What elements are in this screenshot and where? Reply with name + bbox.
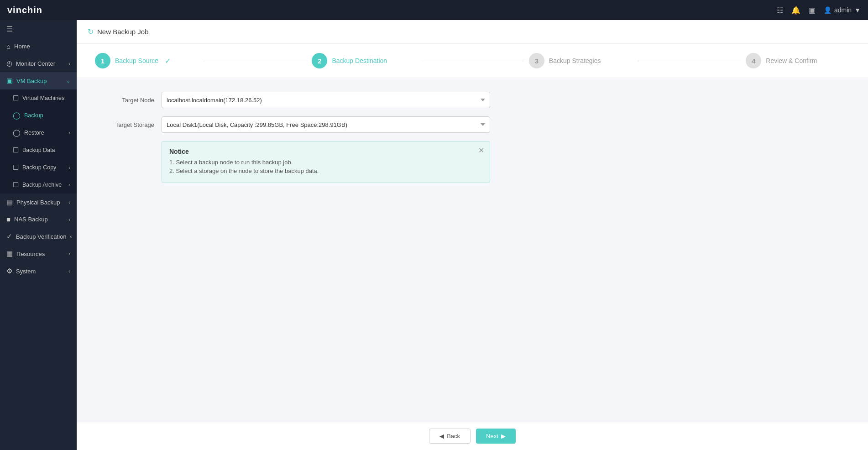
sidebar-item-vm-backup[interactable]: ▣ VM Backup ⌄ [0,72,77,89]
resources-icon: ▦ [6,250,13,258]
sidebar-item-label: VM Backup [16,78,47,84]
chevron-right-icon: ‹ [68,182,70,188]
sidebar-item-label: Backup Copy [22,164,56,171]
monitor-icon[interactable]: ▣ [809,6,816,15]
sidebar-item-resources[interactable]: ▦ Resources ‹ [0,245,77,262]
step-1-label: Backup Source [115,57,158,64]
form-area: Target Node localhost.localdomain(172.18… [77,78,868,422]
sidebar-item-label: System [16,268,36,275]
sidebar-item-label: Restore [24,130,44,136]
sidebar-item-label: Virtual Machines [22,95,64,101]
chevron-right-icon: ‹ [68,165,70,170]
sidebar-item-home[interactable]: ⌂ Home [0,38,77,55]
sidebar-item-physical-backup[interactable]: ▤ Physical Backup ‹ [0,194,77,211]
chevron-down-icon: ⌄ [66,78,70,84]
monitor-center-icon: ◴ [6,59,12,68]
sidebar-item-nas-backup[interactable]: ■ NAS Backup ‹ [0,211,77,228]
sidebar-item-label: Backup Archive [22,182,62,188]
step-divider-2 [420,61,524,61]
step-4-label: Review & Confirm [766,57,817,64]
backup-copy-icon: ☐ [13,163,19,172]
sidebar-item-virtual-machines[interactable]: ☐ Virtual Machines [0,89,77,107]
sidebar-item-monitor-center[interactable]: ◴ Monitor Center ‹ [0,55,77,72]
topbar: vinchin ☷ 🔔 ▣ 👤 admin ▼ [0,0,868,20]
nas-backup-icon: ■ [6,215,10,223]
chevron-right-icon: ‹ [68,199,70,205]
sidebar-item-label: Resources [16,251,45,257]
sidebar-item-backup-archive[interactable]: ☐ Backup Archive ‹ [0,176,77,194]
backup-verification-icon: ✓ [6,232,12,241]
target-node-row: Target Node localhost.localdomain(172.18… [95,92,850,108]
topbar-right: ☷ 🔔 ▣ 👤 admin ▼ [777,6,861,15]
step-2-label: Backup Destination [332,57,387,64]
user-label: admin [834,6,852,14]
refresh-icon[interactable]: ↻ [88,27,94,36]
step-divider-1 [204,61,308,61]
step-4-circle: 4 [746,53,761,68]
sidebar-item-label: Home [14,43,30,50]
close-icon[interactable]: ✕ [478,146,484,155]
user-menu[interactable]: 👤 admin ▼ [824,6,861,14]
sidebar-item-backup[interactable]: ◯ Backup [0,107,77,124]
sidebar-item-backup-verification[interactable]: ✓ Backup Verification ‹ [0,228,77,245]
chevron-right-icon: ‹ [70,234,72,239]
chevron-right-icon: ‹ [68,217,70,222]
next-label: Next [486,433,498,440]
step-3-label: Backup Strategies [549,57,601,64]
sidebar-item-label: Backup Data [22,147,55,153]
sidebar-item-backup-data[interactable]: ☐ Backup Data [0,141,77,159]
sidebar: ☰ ⌂ Home ◴ Monitor Center ‹ ▣ VM Backup … [0,20,77,450]
sidebar-item-label: Backup [24,112,43,119]
physical-backup-icon: ▤ [6,198,13,206]
chevron-right-icon: ‹ [68,251,70,256]
notice-item-2: 2. Select a storage on the node to store… [169,167,482,174]
next-button[interactable]: Next ▶ [476,429,516,444]
sidebar-submenu-vm: ☐ Virtual Machines ◯ Backup ◯ Restore ‹ … [0,89,77,194]
back-circle-icon: ◀ [439,433,444,440]
step-1-circle: 1 [95,53,110,68]
sidebar-toggle[interactable]: ☰ [0,20,77,38]
target-storage-row: Target Storage Local Disk1(Local Disk, C… [95,116,850,133]
stepper: 1 Backup Source ✓ 2 Backup Destination 3… [77,44,868,78]
target-storage-label: Target Storage [95,121,154,128]
notice-item-1: 1. Select a backup node to run this back… [169,159,482,166]
step-divider-3 [638,61,742,61]
chevron-right-icon: ‹ [68,268,70,274]
backup-icon: ◯ [13,111,21,120]
next-circle-icon: ▶ [501,433,506,440]
report-icon[interactable]: ☷ [777,6,783,15]
sidebar-item-backup-copy[interactable]: ☐ Backup Copy ‹ [0,159,77,176]
chevron-right-icon: ‹ [68,61,70,66]
bell-icon[interactable]: 🔔 [791,6,800,15]
step-3-circle: 3 [529,53,544,68]
backup-archive-icon: ☐ [13,181,19,189]
bottom-bar: ◀ Back Next ▶ [77,422,868,450]
back-button[interactable]: ◀ Back [429,429,471,444]
restore-icon: ◯ [13,129,21,137]
main-content: ↻ New Backup Job 1 Backup Source ✓ 2 Bac… [77,20,868,450]
step-1-check-icon: ✓ [165,57,171,65]
step-2-circle: 2 [312,53,327,68]
back-label: Back [447,433,460,440]
system-icon: ⚙ [6,267,12,275]
notice-title: Notice [169,148,482,155]
step-1: 1 Backup Source ✓ [95,53,199,68]
page-header: ↻ New Backup Job [77,20,868,44]
sidebar-item-label: Physical Backup [16,199,60,206]
backup-data-icon: ☐ [13,146,19,154]
step-4: 4 Review & Confirm [746,53,850,68]
target-storage-select[interactable]: Local Disk1(Local Disk, Capacity :299.85… [162,116,490,133]
vm-backup-icon: ▣ [6,77,13,85]
sidebar-item-label: Backup Verification [16,233,67,240]
page-title: New Backup Job [97,28,149,36]
step-2: 2 Backup Destination [312,53,416,68]
vm-icon: ☐ [13,94,19,102]
home-icon: ⌂ [6,42,10,50]
sidebar-item-restore[interactable]: ◯ Restore ‹ [0,124,77,141]
user-icon: 👤 [824,6,831,14]
target-node-select[interactable]: localhost.localdomain(172.18.26.52) [162,92,490,108]
sidebar-item-system[interactable]: ⚙ System ‹ [0,262,77,280]
chevron-down-icon: ▼ [854,6,861,14]
target-node-label: Target Node [95,97,154,104]
chevron-right-icon: ‹ [68,130,70,136]
